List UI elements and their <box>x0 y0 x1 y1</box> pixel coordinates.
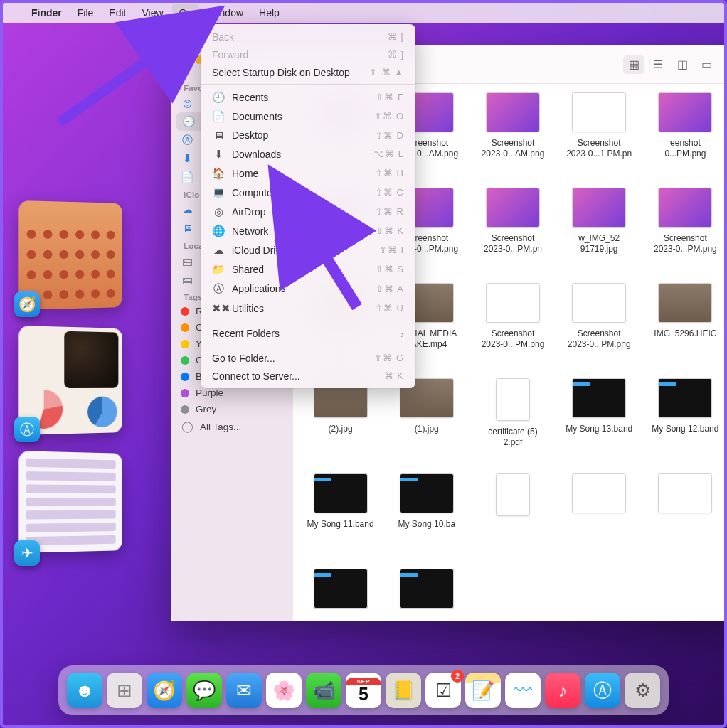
computer-icon: 💻 <box>212 186 225 199</box>
dock-mail-icon[interactable]: ✉︎ <box>226 673 262 708</box>
safari-icon[interactable]: 🧭 <box>14 291 40 317</box>
view-list-icon[interactable]: ☰ <box>647 55 669 74</box>
file-item[interactable]: Screenshot2023-0...PM.png <box>469 283 556 378</box>
dock-settings-icon[interactable]: ⚙ <box>625 673 660 708</box>
go-desktop[interactable]: 🖥Desktop⇧⌘ D <box>201 126 415 144</box>
go-home[interactable]: 🏠Home⇧⌘ H <box>201 164 415 183</box>
file-thumbnail <box>400 569 454 609</box>
svg-line-1 <box>286 193 357 307</box>
dock-music-icon[interactable]: ♪ <box>545 673 580 708</box>
file-item[interactable]: Screenshot2023-0...PM.pn <box>469 188 556 283</box>
file-label: Screenshot2023-0...1 PM.pn <box>566 138 632 159</box>
file-item[interactable]: Screenshot2023-0...PM.png <box>642 188 727 283</box>
file-label: My Song 11.band <box>307 519 374 530</box>
menu-item-label: Home <box>232 168 258 179</box>
go-connect-server[interactable]: Connect to Server...⌘ K <box>201 367 415 385</box>
file-thumbnail <box>572 283 626 323</box>
globe-icon: 🌐 <box>212 225 225 237</box>
dock-safari-icon[interactable]: 🧭 <box>147 673 182 708</box>
view-columns-icon[interactable]: ◫ <box>672 55 693 74</box>
file-thumbnail <box>496 378 530 421</box>
down-icon: ⬇ <box>212 148 225 161</box>
file-item[interactable]: (1).jpg <box>383 378 469 473</box>
tag-dot-icon <box>181 389 189 397</box>
menu-item-label: Applications <box>232 283 286 294</box>
shared-icon: 📁 <box>212 263 225 276</box>
file-thumbnail <box>572 378 626 418</box>
go-forward: Forward⌘ ] <box>201 46 415 63</box>
file-item[interactable]: eenshot0...PM.png <box>642 92 727 188</box>
dock-facetime-icon[interactable]: 📹 <box>306 673 341 708</box>
file-item[interactable] <box>297 569 383 621</box>
file-label: (1).jpg <box>415 424 439 434</box>
view-gallery-icon[interactable]: ▭ <box>696 55 717 74</box>
menu-item-label: iCloud Drive <box>232 245 286 256</box>
file-thumbnail <box>658 283 712 323</box>
tag-dot-icon <box>181 323 189 332</box>
home-icon: 🏠 <box>212 167 225 180</box>
file-item[interactable]: IMG_5296.HEIC <box>642 283 727 378</box>
go-startup-disk[interactable]: Select Startup Disk on Desktop⇧ ⌘ ▲ <box>201 63 415 81</box>
file-item[interactable] <box>469 473 556 569</box>
file-item[interactable] <box>642 473 727 569</box>
file-item[interactable]: Screenshot2023-0...AM.png <box>469 92 556 188</box>
file-label: My Song 10.ba <box>398 519 455 530</box>
go-recent-folders[interactable]: Recent Folders› <box>201 324 415 343</box>
app-name[interactable]: Finder <box>31 7 62 18</box>
file-thumbnail <box>658 473 712 513</box>
go-to-folder[interactable]: Go to Folder...⇧⌘ G <box>201 349 415 367</box>
dock-reminders-icon[interactable]: ☑2 <box>425 673 461 708</box>
file-thumbnail <box>314 473 368 513</box>
tag-dot-icon <box>181 340 189 348</box>
apps-icon: Ⓐ <box>212 282 225 296</box>
annotation-arrow-1 <box>60 17 223 127</box>
file-item[interactable]: Screenshot2023-0...1 PM.pn <box>556 92 642 188</box>
file-label: My Song 13.band <box>566 424 632 434</box>
airdrop-icon: ◎ <box>212 205 225 218</box>
dock-messages-icon[interactable]: 💬 <box>186 673 222 708</box>
menu-item-label: AirDrop <box>232 206 265 218</box>
file-item[interactable]: My Song 10.ba <box>383 473 469 569</box>
file-item[interactable]: Screenshot2023-0...PM.png <box>556 283 642 378</box>
dock[interactable]: ☻ ⊞ 🧭 💬 ✉︎ 🌸 📹 SEP5 📒 ☑2 📝 〰 ♪ Ⓐ ⚙ <box>58 665 669 715</box>
dock-calendar-icon[interactable]: SEP5 <box>346 673 381 708</box>
file-thumbnail <box>486 92 540 132</box>
view-icon-grid-icon[interactable]: ▦ <box>623 55 644 74</box>
file-item[interactable]: My Song 11.band <box>297 473 383 569</box>
go-recents[interactable]: 🕘Recents⇧⌘ F <box>201 87 415 107</box>
dock-photos-icon[interactable]: 🌸 <box>266 673 302 708</box>
menu-item-label: Desktop <box>232 129 268 141</box>
dock-appstore-icon[interactable]: Ⓐ <box>585 673 620 708</box>
file-item[interactable]: w_IMG_5291719.jpg <box>556 188 642 283</box>
file-thumbnail <box>496 473 530 516</box>
menu-item-label: Downloads <box>232 149 281 160</box>
dock-freeform-icon[interactable]: 〰 <box>505 673 541 708</box>
file-item[interactable]: (2).jpg <box>297 378 383 473</box>
file-thumbnail <box>572 473 626 513</box>
file-item[interactable]: certificate (5)2.pdf <box>469 378 556 473</box>
cloud-icon: ☁︎ <box>212 244 225 257</box>
file-thumbnail <box>658 188 712 228</box>
dock-finder-icon[interactable]: ☻ <box>67 673 102 708</box>
go-downloads[interactable]: ⬇Downloads⌥⌘ L <box>201 144 415 164</box>
dock-contacts-icon[interactable]: 📒 <box>386 673 421 708</box>
file-item[interactable]: My Song 12.band <box>642 378 727 473</box>
annotation-arrow-2 <box>279 186 371 317</box>
telegram-icon[interactable]: ✈ <box>14 540 40 566</box>
dock-notes-icon[interactable]: 📝 <box>465 673 501 708</box>
file-item[interactable] <box>556 473 642 569</box>
menu-item-label: Network <box>232 225 268 237</box>
file-thumbnail <box>400 473 454 513</box>
file-label: eenshot0...PM.png <box>664 138 706 159</box>
util-icon: ✖✖ <box>212 302 225 315</box>
dock-launchpad-icon[interactable]: ⊞ <box>107 673 142 708</box>
sidebar-tag-grey[interactable]: Grey <box>171 401 293 417</box>
go-documents[interactable]: 📄Documents⇧⌘ O <box>201 107 415 126</box>
file-label: My Song 12.band <box>652 424 718 434</box>
menu-help[interactable]: Help <box>259 7 280 18</box>
file-item[interactable] <box>383 569 469 621</box>
file-thumbnail <box>658 92 712 132</box>
app-store-icon[interactable]: Ⓐ <box>14 417 40 442</box>
file-item[interactable]: My Song 13.band <box>556 378 642 473</box>
sidebar-item-alltags[interactable]: ◯All Tags... <box>171 417 293 436</box>
